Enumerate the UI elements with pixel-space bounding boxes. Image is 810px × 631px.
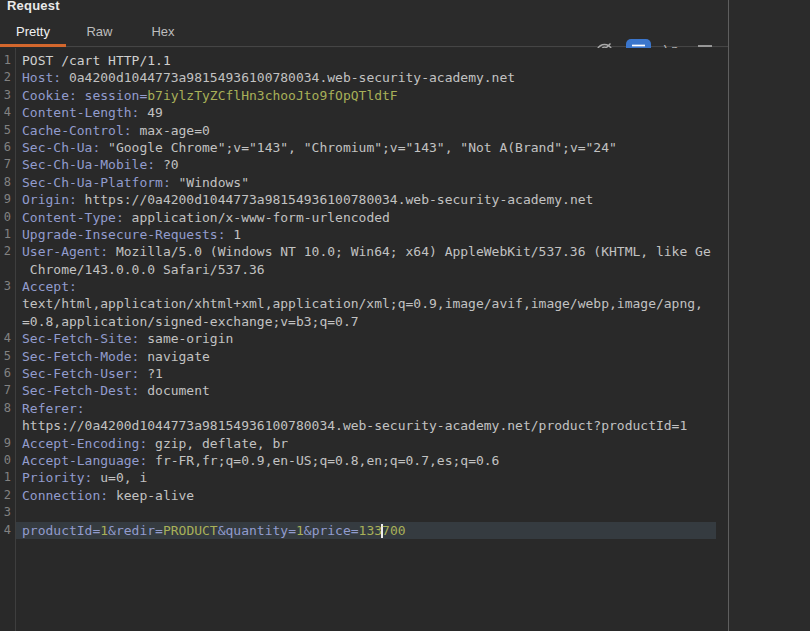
request-line[interactable]: 6Sec-Ch-Ua: "Google Chrome";v="143", "Ch…: [0, 139, 728, 156]
line-number: 2: [0, 487, 16, 504]
line-number: 6: [0, 139, 16, 156]
line-text: Sec-Ch-Ua: "Google Chrome";v="143", "Chr…: [16, 139, 716, 156]
line-number: [0, 417, 16, 434]
response-panel: Response: [729, 0, 810, 631]
request-tab-bar: Pretty Raw Hex \n: [0, 16, 728, 47]
line-text: Sec-Fetch-User: ?1: [16, 365, 716, 382]
line-number: 1: [0, 469, 16, 486]
line-number: [0, 295, 16, 312]
line-text: text/html,application/xhtml+xml,applicat…: [16, 295, 716, 312]
tab-pretty[interactable]: Pretty: [0, 16, 66, 47]
request-line[interactable]: 3Accept:: [0, 278, 728, 295]
request-text: 1POST /cart HTTP/1.12Host: 0a4200d104477…: [0, 52, 728, 539]
request-line[interactable]: 1Upgrade-Insecure-Requests: 1: [0, 226, 728, 243]
line-number: 1: [0, 226, 16, 243]
line-text: Sec-Ch-Ua-Platform: "Windows": [16, 174, 716, 191]
line-number: 8: [0, 400, 16, 417]
request-line[interactable]: =0.8,application/signed-exchange;v=b3;q=…: [0, 313, 728, 330]
request-line[interactable]: 2User-Agent: Mozilla/5.0 (Windows NT 10.…: [0, 243, 728, 260]
line-text: Chrome/143.0.0.0 Safari/537.36: [16, 261, 716, 278]
request-line[interactable]: 2Host: 0a4200d1044773a98154936100780034.…: [0, 69, 728, 86]
request-line[interactable]: 0Accept-Language: fr-FR,fr;q=0.9,en-US;q…: [0, 452, 728, 469]
line-text: Sec-Fetch-Dest: document: [16, 382, 716, 399]
line-number: 9: [0, 191, 16, 208]
active-tab-indicator: [0, 44, 66, 47]
line-text: https://0a4200d1044773a98154936100780034…: [16, 417, 716, 434]
request-line[interactable]: 1Priority: u=0, i: [0, 469, 728, 486]
line-number: 3: [0, 278, 16, 295]
request-line[interactable]: 8Referer:: [0, 400, 728, 417]
request-line[interactable]: 9Accept-Encoding: gzip, deflate, br: [0, 435, 728, 452]
tab-raw[interactable]: Raw: [66, 16, 133, 47]
request-line[interactable]: 3: [0, 504, 728, 521]
request-body-line[interactable]: 4productId=1&redir=PRODUCT&quantity=1&pr…: [0, 522, 728, 539]
request-line[interactable]: 9Origin: https://0a4200d1044773a98154936…: [0, 191, 728, 208]
line-number: [0, 313, 16, 330]
line-text: User-Agent: Mozilla/5.0 (Windows NT 10.0…: [16, 243, 716, 260]
burp-message-editor: Request Pretty Raw Hex \n: [0, 0, 810, 631]
line-number: 9: [0, 435, 16, 452]
line-number: 3: [0, 504, 16, 521]
request-line[interactable]: 5Cache-Control: max-age=0: [0, 122, 728, 139]
line-number: 3: [0, 87, 16, 104]
line-text: Upgrade-Insecure-Requests: 1: [16, 226, 716, 243]
line-text: Accept-Encoding: gzip, deflate, br: [16, 435, 716, 452]
line-text: Connection: keep-alive: [16, 487, 716, 504]
request-line[interactable]: 8Sec-Ch-Ua-Platform: "Windows": [0, 174, 728, 191]
request-line[interactable]: https://0a4200d1044773a98154936100780034…: [0, 417, 728, 434]
request-panel-title: Request: [7, 0, 60, 13]
line-text: Origin: https://0a4200d1044773a981549361…: [16, 191, 716, 208]
line-number: 4: [0, 522, 16, 539]
request-line[interactable]: 2Connection: keep-alive: [0, 487, 728, 504]
line-number: 1: [0, 52, 16, 69]
line-text: Sec-Fetch-Mode: navigate: [16, 348, 716, 365]
line-text: Content-Length: 49: [16, 104, 716, 121]
line-number: 8: [0, 174, 16, 191]
tab-hex[interactable]: Hex: [133, 16, 193, 47]
request-line[interactable]: Chrome/143.0.0.0 Safari/537.36: [0, 261, 728, 278]
line-number: 5: [0, 122, 16, 139]
line-text: Priority: u=0, i: [16, 469, 716, 486]
request-line[interactable]: 3Cookie: session=b7iylzTyZCflHn3chooJto9…: [0, 87, 728, 104]
line-number: 0: [0, 452, 16, 469]
line-number: 5: [0, 348, 16, 365]
line-text: Host: 0a4200d1044773a98154936100780034.w…: [16, 69, 716, 86]
line-text: Content-Type: application/x-www-form-url…: [16, 209, 716, 226]
request-line[interactable]: 0Content-Type: application/x-www-form-ur…: [0, 209, 728, 226]
line-text: Referer:: [16, 400, 716, 417]
line-number: 4: [0, 104, 16, 121]
line-text: productId=1&redir=PRODUCT&quantity=1&pri…: [16, 522, 716, 539]
request-line[interactable]: 5Sec-Fetch-Mode: navigate: [0, 348, 728, 365]
line-number: 7: [0, 156, 16, 173]
request-line[interactable]: 7Sec-Fetch-Dest: document: [0, 382, 728, 399]
line-text: Cache-Control: max-age=0: [16, 122, 716, 139]
line-number: 0: [0, 209, 16, 226]
line-text: POST /cart HTTP/1.1: [16, 52, 716, 69]
request-line[interactable]: 4Content-Length: 49: [0, 104, 728, 121]
line-text: [16, 504, 716, 521]
line-text: Sec-Ch-Ua-Mobile: ?0: [16, 156, 716, 173]
request-line[interactable]: text/html,application/xhtml+xml,applicat…: [0, 295, 728, 312]
line-number: 4: [0, 330, 16, 347]
line-number: 6: [0, 365, 16, 382]
line-number: 2: [0, 243, 16, 260]
request-line[interactable]: 7Sec-Ch-Ua-Mobile: ?0: [0, 156, 728, 173]
line-number: 2: [0, 69, 16, 86]
request-line[interactable]: 4Sec-Fetch-Site: same-origin: [0, 330, 728, 347]
line-text: Accept-Language: fr-FR,fr;q=0.9,en-US;q=…: [16, 452, 716, 469]
line-number: 7: [0, 382, 16, 399]
line-text: Cookie: session=b7iylzTyZCflHn3chooJto9f…: [16, 87, 716, 104]
line-text: =0.8,application/signed-exchange;v=b3;q=…: [16, 313, 716, 330]
line-number: [0, 261, 16, 278]
request-line[interactable]: 1POST /cart HTTP/1.1: [0, 52, 728, 69]
request-line[interactable]: 6Sec-Fetch-User: ?1: [0, 365, 728, 382]
line-text: Sec-Fetch-Site: same-origin: [16, 330, 716, 347]
line-text: Accept:: [16, 278, 716, 295]
